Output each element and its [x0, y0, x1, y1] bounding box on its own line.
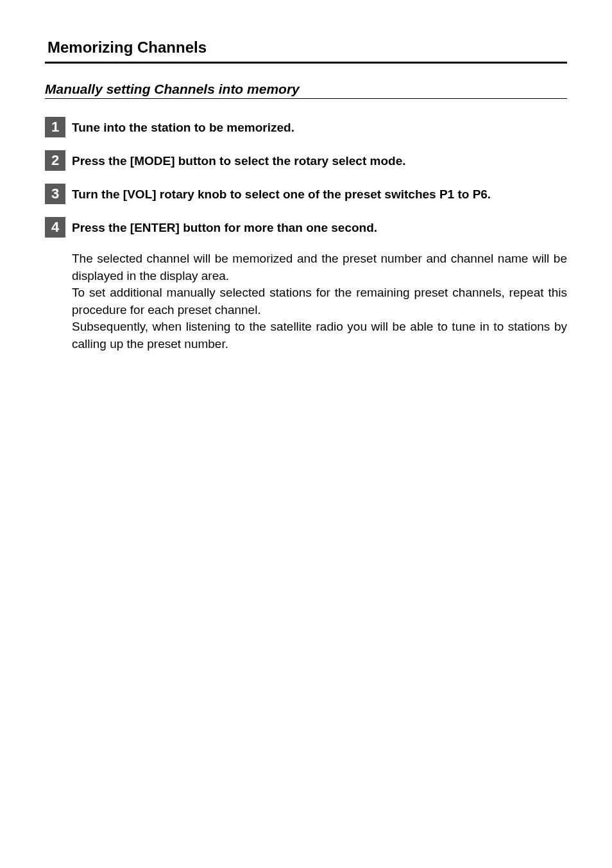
description-para-1: The selected channel will be memorized a…	[72, 250, 567, 284]
description-para-2: To set additional manually selected stat…	[72, 284, 567, 318]
step-number-badge: 4	[45, 217, 65, 238]
description-block: The selected channel will be memorized a…	[72, 250, 567, 353]
description-para-3: Subsequently, when listening to the sate…	[72, 318, 567, 352]
step-4: 4 Press the [ENTER] button for more than…	[45, 217, 567, 238]
section-title: Memorizing Channels	[45, 39, 567, 56]
step-number-badge: 2	[45, 150, 65, 171]
step-1: 1 Tune into the station to be memorized.	[45, 117, 567, 137]
step-text: Press the [ENTER] button for more than o…	[72, 217, 377, 237]
step-text: Press the [MODE] button to select the ro…	[72, 150, 406, 170]
step-3: 3 Turn the [VOL] rotary knob to select o…	[45, 184, 567, 204]
title-underline	[45, 62, 567, 64]
step-text: Tune into the station to be memorized.	[72, 117, 294, 137]
step-2: 2 Press the [MODE] button to select the …	[45, 150, 567, 171]
step-number-badge: 1	[45, 117, 65, 137]
step-number-badge: 3	[45, 184, 65, 204]
step-text: Turn the [VOL] rotary knob to select one…	[72, 184, 491, 204]
subsection-title: Manually setting Channels into memory	[45, 82, 567, 97]
subtitle-underline	[45, 98, 567, 99]
